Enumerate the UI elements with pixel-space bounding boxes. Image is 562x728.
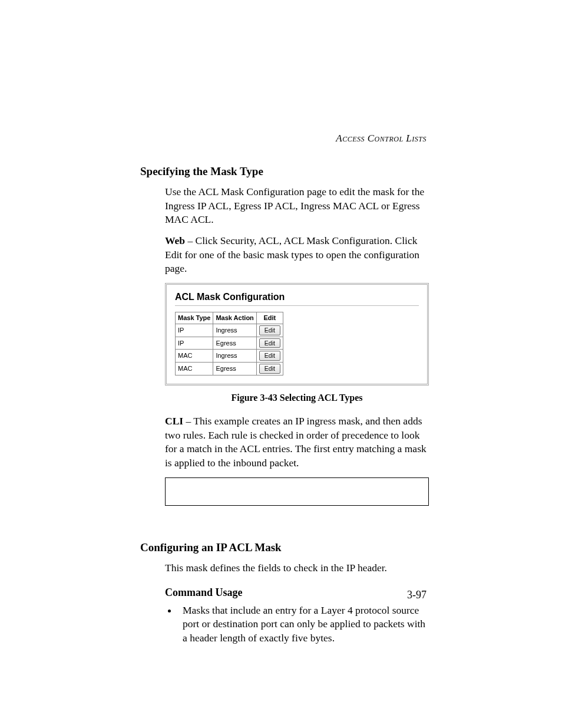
cell-mask-type: IP [176,337,213,350]
cli-text: – This example creates an IP ingress mas… [165,415,427,469]
cell-mask-type: MAC [176,350,213,363]
table-header-row: Mask Type Mask Action Edit [176,312,283,324]
web-text: – Click Security, ACL, ACL Mask Configur… [165,235,419,274]
cell-mask-action: Egress [213,362,256,375]
section-title-mask-type: Specifying the Mask Type [140,165,429,178]
cell-edit: Edit [256,337,283,350]
section2-intro: This mask defines the fields to check in… [165,561,429,575]
cell-mask-action: Egress [213,337,256,350]
cli-code-box [165,477,429,506]
cell-mask-type: IP [176,324,213,337]
cli-paragraph: CLI – This example creates an IP ingress… [165,414,429,470]
cell-edit: Edit [256,324,283,337]
command-usage-title: Command Usage [165,585,429,599]
running-header: Access Control Lists [336,133,427,144]
edit-button[interactable]: Edit [259,351,280,361]
col-mask-type: Mask Type [176,312,213,324]
edit-button[interactable]: Edit [259,364,280,374]
cli-label: CLI [165,415,183,427]
web-label: Web [165,235,185,246]
col-mask-action: Mask Action [213,312,256,324]
cell-mask-action: Ingress [213,324,256,337]
list-item: Masks that include an entry for a Layer … [178,604,429,645]
page-number: 3-97 [407,589,427,601]
document-page: Access Control Lists Specifying the Mask… [0,0,562,728]
section-title-ip-acl-mask: Configuring an IP ACL Mask [140,541,429,554]
screenshot-title: ACL Mask Configuration [175,291,419,304]
cell-edit: Edit [256,350,283,363]
col-edit: Edit [256,312,283,324]
acl-mask-config-screenshot: ACL Mask Configuration Mask Type Mask Ac… [165,283,429,386]
figure-caption: Figure 3-43 Selecting ACL Types [165,391,429,404]
edit-button[interactable]: Edit [259,325,280,335]
web-paragraph: Web – Click Security, ACL, ACL Mask Conf… [165,234,429,276]
edit-button[interactable]: Edit [259,338,280,348]
cell-edit: Edit [256,362,283,375]
table-row: IP Egress Edit [176,337,283,350]
table-row: IP Ingress Edit [176,324,283,337]
section1-body: Use the ACL Mask Configuration page to e… [165,185,429,506]
intro-paragraph: Use the ACL Mask Configuration page to e… [165,185,429,227]
cell-mask-action: Ingress [213,350,256,363]
table-row: MAC Egress Edit [176,362,283,375]
cell-mask-type: MAC [176,362,213,375]
mask-table: Mask Type Mask Action Edit IP Ingress Ed… [175,312,283,375]
table-row: MAC Ingress Edit [176,350,283,363]
screenshot-divider [175,305,419,306]
command-usage-list: Masks that include an entry for a Layer … [165,604,429,645]
section2-body: This mask defines the fields to check in… [165,561,429,645]
